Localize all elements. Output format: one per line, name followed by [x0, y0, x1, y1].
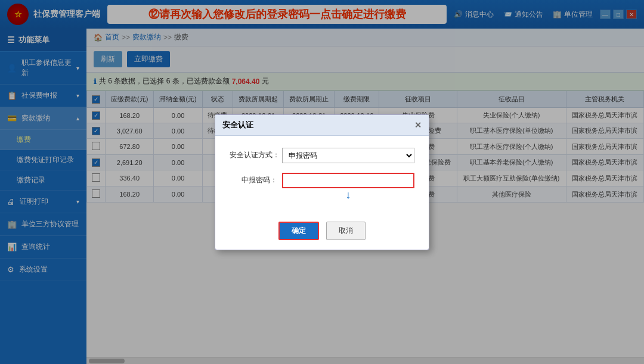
auth-method-label: 安全认证方式：	[230, 150, 277, 160]
modal-footer: 确定 取消	[215, 210, 429, 250]
arrow-down-icon: ↓	[346, 189, 351, 201]
modal-header: 安全认证 ✕	[215, 115, 429, 136]
password-input-wrapper: ↓	[282, 173, 414, 188]
modal-body: 安全认证方式： 申报密码 申报密码： ↓	[215, 136, 429, 210]
password-row: 申报密码： ↓	[230, 173, 414, 188]
password-input[interactable]	[282, 173, 414, 188]
modal-overlay: 安全认证 ✕ 安全认证方式： 申报密码 申报密码： ↓ 确定 取消	[0, 0, 644, 364]
password-label: 申报密码：	[230, 175, 277, 185]
confirm-button[interactable]: 确定	[278, 222, 319, 240]
security-auth-modal: 安全认证 ✕ 安全认证方式： 申报密码 申报密码： ↓ 确定 取消	[215, 114, 429, 250]
cancel-button[interactable]: 取消	[326, 222, 366, 240]
auth-method-row: 安全认证方式： 申报密码	[230, 148, 414, 163]
modal-title: 安全认证	[222, 120, 253, 130]
auth-method-select[interactable]: 申报密码	[282, 148, 414, 163]
modal-close-button[interactable]: ✕	[414, 120, 422, 130]
